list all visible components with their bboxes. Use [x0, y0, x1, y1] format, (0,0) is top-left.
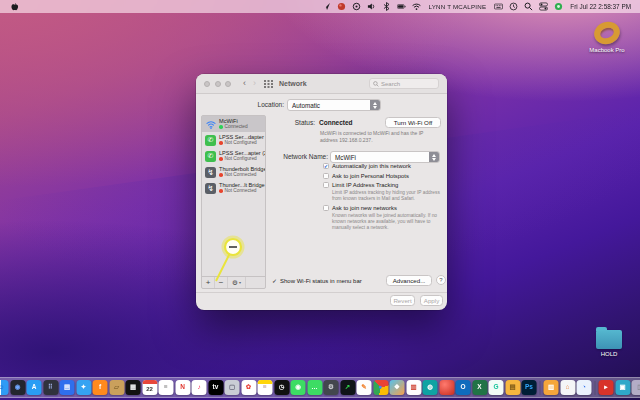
finder[interactable]: ☺	[0, 380, 9, 395]
safari[interactable]: ✦	[76, 380, 91, 395]
colorful-app[interactable]: ❖	[390, 380, 405, 395]
clock[interactable]: ◷	[274, 380, 289, 395]
action-gear-button[interactable]: ⚙	[228, 277, 246, 288]
apple-menu-icon[interactable]	[9, 2, 19, 12]
connection-status: Not Configured	[219, 140, 262, 145]
checkbox-auto-join: Automatically join this network	[323, 163, 441, 169]
stocks[interactable]: ↗	[340, 380, 355, 395]
bluetooth-icon[interactable]	[382, 2, 392, 12]
tan-app[interactable]: ▱	[109, 380, 124, 395]
show-all-grid-icon[interactable]	[264, 80, 273, 88]
network-name-select[interactable]: McWiFi	[330, 151, 440, 163]
blue-utility-app[interactable]: ▤	[60, 380, 75, 395]
turn-wifi-off-button[interactable]: Turn Wi-Fi Off	[385, 117, 441, 128]
dock-app-glyph: ✿	[246, 384, 251, 391]
add-connection-button[interactable]: +	[202, 277, 215, 288]
search-input[interactable]: Search	[369, 78, 439, 89]
excel[interactable]: X	[472, 380, 487, 395]
books-folder-app[interactable]: ▥	[544, 380, 559, 395]
Thunderbolt Bridge[interactable]: ✆ ↯ Thunderbolt Bridge Not Connected	[202, 164, 265, 180]
dock-app-glyph: ⚙	[328, 384, 334, 391]
dark-sphere-app[interactable]: ◉	[10, 380, 25, 395]
spotlight-icon[interactable]	[523, 2, 533, 12]
control-center-icon[interactable]	[538, 2, 548, 12]
help-button[interactable]: ?	[436, 275, 446, 285]
apple-tv[interactable]: tv	[208, 380, 223, 395]
red-video-app[interactable]: ▸	[599, 380, 614, 395]
firefox[interactable]: f	[93, 380, 108, 395]
photoshop[interactable]: Ps	[522, 380, 537, 395]
record-circle-icon[interactable]	[352, 2, 362, 12]
checkbox[interactable]	[323, 182, 329, 188]
battery-icon[interactable]	[397, 2, 407, 12]
checkbox[interactable]	[323, 173, 329, 179]
music[interactable]: ♪	[192, 380, 207, 395]
desktop-volume-label: Macbook Pro	[584, 47, 630, 53]
red-ball-app[interactable]	[439, 380, 454, 395]
revert-button[interactable]: Revert	[390, 295, 415, 306]
grammarly[interactable]: G	[489, 380, 504, 395]
apply-button[interactable]: Apply	[420, 295, 443, 306]
facetime[interactable]: ◉	[291, 380, 306, 395]
system-preferences-dark[interactable]: ⚙	[324, 380, 339, 395]
sidebar-item-text: LPSS Ser...apter (2) Not Configured	[219, 150, 262, 161]
dock-app-glyph: ☺	[0, 384, 4, 391]
checkbox-line: Limit IP Address Tracking	[323, 182, 441, 188]
charts-app[interactable]: ▥	[406, 380, 421, 395]
close-button[interactable]	[204, 81, 210, 87]
back-button[interactable]: ‹	[243, 79, 246, 88]
location-select[interactable]: Automatic	[287, 99, 381, 111]
location-arrow-icon[interactable]	[322, 2, 332, 12]
pencil-app[interactable]: ✎	[357, 380, 372, 395]
chrome[interactable]: ●	[373, 380, 388, 395]
clock-icon[interactable]	[508, 2, 518, 12]
minimize-button[interactable]	[215, 81, 221, 87]
dock-app-glyph: ▦	[130, 384, 136, 391]
remove-connection-button[interactable]: −	[215, 277, 228, 288]
messages[interactable]: …	[307, 380, 322, 395]
checkbox[interactable]	[323, 205, 329, 211]
checkbox[interactable]	[323, 163, 329, 169]
photos[interactable]: ✿	[241, 380, 256, 395]
blue-compass-app[interactable]: ◔	[577, 380, 592, 395]
volume-icon[interactable]	[367, 2, 377, 12]
McWiFi[interactable]: ✆ ↯ McWiFi Connected	[202, 116, 265, 132]
app-store[interactable]: A	[27, 380, 42, 395]
checkbox-personal-hotspots: Ask to join Personal Hotspots	[323, 173, 441, 179]
tv-grid-app[interactable]: ▦	[126, 380, 141, 395]
gray-app[interactable]: ▢	[225, 380, 240, 395]
advanced-button[interactable]: Advanced...	[386, 275, 432, 286]
Thunder...lt Bridge 2[interactable]: ✆ ↯ Thunder...lt Bridge 2 Not Connected	[202, 180, 265, 196]
green-status-icon[interactable]	[553, 2, 563, 12]
trash[interactable]: ▯	[632, 380, 640, 395]
wifi-menu-icon[interactable]	[412, 2, 422, 12]
calendar[interactable]: 22	[142, 380, 157, 395]
keyboard-icon[interactable]	[493, 2, 503, 12]
notes[interactable]: ≡	[258, 380, 273, 395]
zoom-button[interactable]	[225, 81, 231, 87]
menu-bar-clock[interactable]: Fri Jul 22 2:58:37 PM	[570, 3, 631, 10]
stepper-icon	[370, 100, 380, 110]
teal-photo-app[interactable]: ▣	[615, 380, 630, 395]
outlook[interactable]: O	[456, 380, 471, 395]
show-wifi-in-menubar-checkbox[interactable]: ✓ Show Wi-Fi status in menu bar	[272, 277, 362, 284]
LPSS Ser...dapter (1)[interactable]: ✆ ↯ LPSS Ser...dapter (1) Not Configured	[202, 132, 265, 148]
dock-separator[interactable]	[540, 381, 541, 395]
home-app[interactable]: ⌂	[560, 380, 575, 395]
desktop-volume-macbook-pro[interactable]: Macbook Pro	[584, 22, 630, 53]
launchpad[interactable]: ⠿	[43, 380, 58, 395]
news[interactable]: N	[175, 380, 190, 395]
app-icon-red[interactable]	[337, 2, 347, 12]
show-wifi-label: Show Wi-Fi status in menu bar	[280, 278, 362, 284]
teal-compass-app[interactable]: ◍	[423, 380, 438, 395]
nav-buttons: ‹ ›	[243, 79, 256, 88]
checkbox-label: Automatically join this network	[332, 163, 411, 169]
wallet-app[interactable]: ▤	[505, 380, 520, 395]
forward-button[interactable]: ›	[253, 79, 256, 88]
reminders[interactable]: ≡	[159, 380, 174, 395]
dock-separator[interactable]	[595, 381, 596, 395]
dock-app-glyph: ▥	[548, 384, 554, 391]
desktop-folder-hold[interactable]: HOLD	[586, 330, 632, 357]
fast-user-switch-name[interactable]: LYNN T MCALPINE	[429, 3, 487, 10]
LPSS Ser...apter (2)[interactable]: ✆ ↯ LPSS Ser...apter (2) Not Configured	[202, 148, 265, 164]
